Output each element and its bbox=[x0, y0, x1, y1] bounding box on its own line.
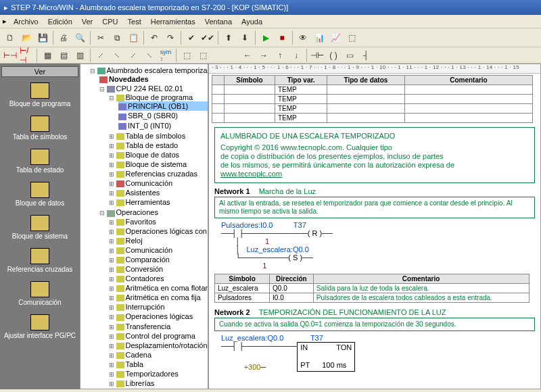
probe2-button[interactable]: ⟍ bbox=[110, 48, 124, 63]
tree-node[interactable]: Tabla de estado bbox=[109, 141, 208, 150]
redo-button[interactable]: ↷ bbox=[163, 30, 178, 45]
cut-button[interactable]: ✂ bbox=[93, 30, 108, 45]
download-button[interactable]: ⬇ bbox=[237, 30, 252, 45]
stop-button[interactable]: ■ bbox=[275, 30, 289, 45]
table-row[interactable]: TEMP bbox=[212, 95, 533, 104]
tree-node[interactable]: Herramientas bbox=[109, 197, 208, 207]
tree-int[interactable]: INT_0 (INT0) bbox=[118, 121, 208, 130]
menu-archivo[interactable]: Archivo bbox=[9, 16, 43, 27]
tree-node[interactable]: Bloque de sistema bbox=[109, 160, 208, 169]
tree-root[interactable]: Alumbrado escalera temporizado e Novedad… bbox=[90, 66, 208, 389]
upload-button[interactable]: ⬆ bbox=[221, 30, 236, 45]
network-2-header[interactable]: Network 2 TEMPORIZACIÓN DEL FUNCIONAMIEN… bbox=[214, 308, 535, 316]
menu-herramientas[interactable]: Herramientas bbox=[147, 16, 199, 27]
tree-node[interactable]: Tabla de símbolos bbox=[109, 131, 208, 141]
tree-op-node[interactable]: Interrupción bbox=[109, 302, 208, 312]
project-tree[interactable]: Alumbrado escalera temporizado e Novedad… bbox=[80, 64, 208, 389]
nav-interface[interactable]: Ajustar interface PG/PC bbox=[3, 312, 77, 342]
tree-op-node[interactable]: Aritmética en coma fija bbox=[109, 293, 208, 302]
probe3-button[interactable]: ⟋ bbox=[126, 48, 141, 63]
tree-bloque-programa[interactable]: Bloque de programa PRINCIPAL (OB1) SBR_0… bbox=[109, 93, 208, 130]
extra-button[interactable]: ⬚ bbox=[344, 30, 359, 45]
probe4-button[interactable]: ⟍ bbox=[142, 48, 157, 63]
tree-op-node[interactable]: Tabla bbox=[109, 360, 208, 369]
tree-op-node[interactable]: Desplazamiento/rotación bbox=[109, 341, 208, 350]
network-1-ladder[interactable]: Pulsadores:I0.0 T37 ──┤ ├────────────( R… bbox=[221, 221, 535, 270]
tree-principal[interactable]: PRINCIPAL (OB1) bbox=[118, 101, 208, 111]
insert-branch-button[interactable]: ┤ bbox=[358, 48, 373, 63]
line-left-button[interactable]: ← bbox=[240, 48, 255, 63]
line-down-button[interactable]: ↓ bbox=[289, 48, 304, 63]
tree-node[interactable]: Asistentes bbox=[109, 188, 208, 197]
local-var-table[interactable]: Símbolo Tipo var. Tipo de datos Comentar… bbox=[212, 75, 533, 123]
contact-nc-button[interactable]: ⊢/⊣ bbox=[19, 48, 34, 63]
menu-ver[interactable]: Ver bbox=[78, 16, 97, 27]
sym-toggle-button[interactable]: sym↕ bbox=[158, 48, 173, 63]
tree-node[interactable]: Bloque de datos bbox=[109, 150, 208, 160]
probe-button[interactable]: ⟋ bbox=[93, 48, 108, 63]
tool-b[interactable]: ⬚ bbox=[195, 48, 210, 63]
line-right-button[interactable]: → bbox=[256, 48, 271, 63]
tree-op-node[interactable]: Control del programa bbox=[109, 331, 208, 341]
network-2-comment[interactable]: Cuando se activa la salida Q0.0=1 comien… bbox=[214, 318, 535, 331]
net-button[interactable]: ▦ bbox=[40, 48, 55, 63]
tree-op-node[interactable]: Reloj bbox=[109, 236, 208, 245]
tree-node[interactable]: Comunicación bbox=[109, 178, 208, 188]
status-button[interactable]: 📊 bbox=[312, 30, 327, 45]
undo-button[interactable]: ↶ bbox=[147, 30, 162, 45]
table-row[interactable]: TEMP bbox=[212, 85, 533, 95]
monitor-button[interactable]: 👁 bbox=[296, 30, 310, 45]
nav-bloque-programa[interactable]: Bloque de programa bbox=[8, 80, 72, 110]
tree-op-node[interactable]: Operaciones lógicas bbox=[109, 312, 208, 321]
menu-ayuda[interactable]: Ayuda bbox=[237, 16, 266, 27]
tree-op-node[interactable]: Contadores bbox=[109, 274, 208, 283]
tree-op-node[interactable]: Aritmética en coma flotante bbox=[109, 283, 208, 293]
tree-op-node[interactable]: Subrutinas bbox=[109, 388, 208, 389]
menu-test[interactable]: Test bbox=[124, 16, 145, 27]
open-button[interactable]: 📂 bbox=[19, 30, 34, 45]
tree-node[interactable]: Referencias cruzadas bbox=[109, 169, 208, 178]
tree-cpu[interactable]: CPU 224 REL 02.01 Bloque de programa PRI… bbox=[99, 84, 208, 207]
menu-ventana[interactable]: Ventana bbox=[201, 16, 236, 27]
menu-cpu[interactable]: CPU bbox=[98, 16, 122, 27]
table-row[interactable]: TEMP bbox=[212, 104, 533, 114]
nav-comunicacion[interactable]: Comunicación bbox=[17, 278, 62, 309]
tree-op-node[interactable]: Cadena bbox=[109, 350, 208, 360]
insert-contact-button[interactable]: ⊣⊢ bbox=[310, 48, 325, 63]
copy-button[interactable]: ⧉ bbox=[110, 30, 124, 45]
nav-tabla-simbolos[interactable]: Tabla de símbolos bbox=[11, 113, 69, 143]
nav-bloque-sistema[interactable]: Bloque de sistema bbox=[11, 212, 69, 243]
contact-no-button[interactable]: ⊢⊣ bbox=[3, 48, 18, 63]
tree-op-node[interactable]: Librerías bbox=[109, 378, 208, 388]
tree-op-node[interactable]: Transferencia bbox=[109, 322, 208, 331]
net2-button[interactable]: ▤ bbox=[56, 48, 71, 63]
line-up-button[interactable]: ↑ bbox=[273, 48, 287, 63]
program-header-comment[interactable]: ALUMBRADO DE UNA ESCALERA TEMPORIZADO Co… bbox=[214, 127, 535, 183]
table-row[interactable]: TEMP bbox=[212, 114, 533, 123]
insert-box-button[interactable]: ▭ bbox=[342, 48, 357, 63]
chart-button[interactable]: 📈 bbox=[328, 30, 343, 45]
paste-button[interactable]: 📋 bbox=[126, 30, 141, 45]
net3-button[interactable]: ▥ bbox=[72, 48, 87, 63]
network-2-ladder[interactable]: Luz_escalera:Q0.0 T37 ──┤ ├────────── IN… bbox=[221, 334, 535, 371]
tree-operaciones[interactable]: Operaciones FavoritosOperaciones lógicas… bbox=[99, 207, 208, 389]
tree-op-node[interactable]: Comparación bbox=[109, 255, 208, 264]
network-1-header[interactable]: Network 1 Marcha de la Luz bbox=[214, 187, 535, 195]
comment-link[interactable]: www.tecnoplc.com bbox=[220, 170, 282, 178]
tree-op-node[interactable]: Operaciones lógicas con bits bbox=[109, 226, 208, 236]
print-button[interactable]: 🖨 bbox=[56, 30, 71, 45]
tree-novedades[interactable]: Novedades bbox=[99, 74, 208, 84]
network-1-comment[interactable]: Al activar la entrada, se resetea el tem… bbox=[214, 197, 535, 218]
table-row[interactable]: Luz_escaleraQ0.0Salida para la luz de to… bbox=[215, 284, 530, 293]
tree-op-node[interactable]: Conversión bbox=[109, 264, 208, 274]
compile-button[interactable]: ✔ bbox=[184, 30, 199, 45]
menu-edicion[interactable]: Edición bbox=[44, 16, 76, 27]
tree-sbr[interactable]: SBR_0 (SBR0) bbox=[118, 111, 208, 120]
new-button[interactable]: 🗋 bbox=[3, 30, 18, 45]
tool-a[interactable]: ⬚ bbox=[179, 48, 194, 63]
save-button[interactable]: 💾 bbox=[35, 30, 50, 45]
preview-button[interactable]: 🔍 bbox=[72, 30, 87, 45]
nav-referencias[interactable]: Referencias cruzadas bbox=[6, 245, 74, 276]
network-1-symbol-table[interactable]: SímboloDirecciónComentario Luz_escaleraQ… bbox=[214, 274, 530, 303]
nav-tabla-estado[interactable]: Tabla de estado bbox=[15, 146, 66, 176]
